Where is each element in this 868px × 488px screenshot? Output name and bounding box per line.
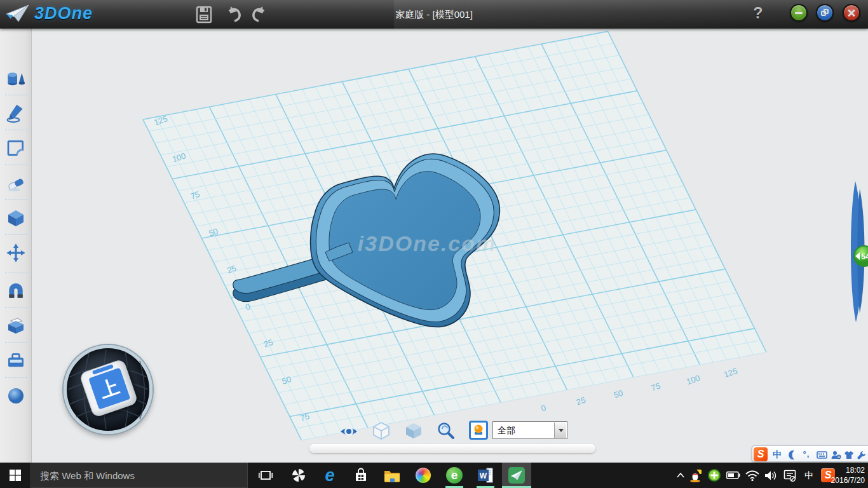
- separator: [5, 377, 27, 378]
- tray-chevron-icon[interactable]: [675, 463, 686, 488]
- viewport-3d[interactable]: 12510075502502550750255075100125 i3DOne.…: [32, 29, 868, 463]
- tray-date: 2016/7/20: [820, 475, 865, 485]
- app-logo: 3DOne: [5, 3, 93, 24]
- taskbar-app-3done[interactable]: [502, 463, 531, 488]
- tray-ime-indicator[interactable]: 中: [803, 463, 815, 488]
- move-transform-icon[interactable]: [6, 243, 26, 263]
- skin-shirt-icon[interactable]: [842, 447, 856, 461]
- special-feature-icon[interactable]: [6, 316, 26, 336]
- green-e-glyph: e: [440, 463, 468, 488]
- sketch-draw-icon[interactable]: [6, 103, 26, 123]
- tray-clock[interactable]: 18:02 2016/7/20: [820, 465, 865, 485]
- bottom-tray-handle[interactable]: [309, 444, 595, 453]
- shaded-view-icon[interactable]: [403, 421, 424, 441]
- dropdown-arrow-icon[interactable]: [554, 423, 566, 438]
- ime-mode-chinese[interactable]: 中: [770, 447, 784, 461]
- taskbar-app-rainbow-browser[interactable]: [409, 463, 437, 488]
- redo-icon[interactable]: [250, 5, 269, 24]
- tray-battery-icon[interactable]: [726, 463, 743, 488]
- separator: [5, 234, 27, 235]
- window-title: 家庭版 - [模型001]: [0, 0, 868, 29]
- taskbar-app-green-e-browser[interactable]: e: [440, 463, 468, 488]
- task-view-button[interactable]: [252, 463, 280, 488]
- filter-selected-value: 全部: [498, 422, 515, 438]
- separator: [5, 342, 27, 343]
- grid-label: 50: [613, 388, 625, 400]
- taskbar-app-word[interactable]: W: [471, 463, 499, 488]
- tab-badge-count: 54: [861, 252, 868, 261]
- tray-qq-icon[interactable]: [689, 463, 703, 488]
- separator: [5, 95, 27, 95]
- material-render-icon[interactable]: [6, 386, 26, 406]
- logo-text: 3DOne: [34, 4, 93, 24]
- tray-time: 18:02: [820, 465, 865, 475]
- grid-label: 100: [685, 373, 701, 386]
- grid-label: 75: [650, 381, 662, 393]
- word-glyph: W: [480, 471, 487, 480]
- separator: [5, 130, 27, 130]
- visibility-eye-icon[interactable]: [339, 421, 359, 442]
- tray-action-center-icon[interactable]: [783, 463, 800, 488]
- display-filter-select[interactable]: 全部: [492, 421, 567, 439]
- taskbar-app-store[interactable]: [347, 463, 375, 488]
- soft-keyboard-icon[interactable]: [815, 447, 829, 461]
- windows-taskbar: e e W: [0, 463, 868, 488]
- rainbow-ball-icon: [416, 468, 431, 483]
- watermark: i3DOne.com: [358, 231, 496, 255]
- titlebar: 3DOne 家庭版 - [模型001] ?: [0, 0, 868, 29]
- punctuation-mode[interactable]: °,: [799, 447, 813, 461]
- restore-button[interactable]: [816, 4, 834, 22]
- separator: [5, 165, 27, 165]
- sketch-plane-icon[interactable]: [6, 138, 26, 158]
- display-all-icon[interactable]: [469, 421, 488, 440]
- primitive-solids-icon[interactable]: [6, 68, 26, 88]
- account-icon[interactable]: 11: [829, 447, 843, 461]
- separator: [5, 200, 27, 200]
- edge-glyph: e: [316, 463, 344, 488]
- start-button[interactable]: [0, 463, 31, 488]
- viewport-canvas[interactable]: 12510075502502550750255075100125 i3DOne.…: [32, 29, 868, 463]
- toolbox-icon[interactable]: [6, 351, 26, 371]
- sketch-edit-icon[interactable]: [6, 173, 26, 193]
- tray-safe-icon[interactable]: [707, 463, 722, 488]
- wireframe-view-icon[interactable]: [371, 421, 391, 441]
- grid-label: 25: [575, 395, 587, 407]
- settings-wrench-icon[interactable]: [855, 447, 868, 461]
- minimize-button[interactable]: [790, 4, 808, 22]
- undo-icon[interactable]: [224, 5, 243, 24]
- tray-wifi-icon[interactable]: [745, 463, 762, 488]
- taskbar-app-pinwheel[interactable]: [285, 463, 313, 488]
- save-icon[interactable]: [194, 5, 214, 24]
- navigation-cube[interactable]: 上: [64, 345, 153, 434]
- grid-label: 0: [539, 403, 547, 414]
- separator: [5, 273, 27, 273]
- grid-label: 125: [722, 366, 738, 379]
- login-count: 11: [837, 456, 840, 459]
- snap-magnet-icon[interactable]: [6, 281, 26, 301]
- help-button[interactable]: ?: [750, 4, 766, 24]
- full-half-width-moon-icon[interactable]: [785, 447, 799, 461]
- left-toolbar: [0, 29, 32, 463]
- taskbar-search-input[interactable]: [31, 463, 248, 488]
- feature-solid-icon[interactable]: [6, 208, 26, 228]
- paper-plane-logo-icon: [5, 3, 31, 24]
- tray-volume-icon[interactable]: [764, 463, 781, 488]
- taskbar-app-explorer[interactable]: [378, 463, 406, 488]
- close-button[interactable]: [843, 4, 860, 22]
- sogou-logo[interactable]: S: [754, 447, 768, 461]
- separator: [5, 308, 27, 308]
- sogou-ime-bar: S 中 °, 11: [752, 445, 868, 462]
- zoom-view-icon[interactable]: [436, 421, 456, 441]
- taskbar-app-edge[interactable]: e: [316, 463, 344, 488]
- side-panel-tab[interactable]: 54: [851, 181, 868, 322]
